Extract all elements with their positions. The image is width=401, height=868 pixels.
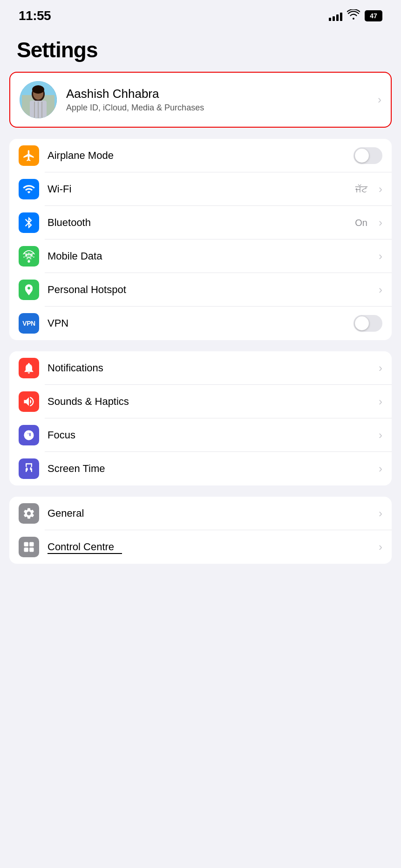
wifi-icon: [19, 179, 39, 199]
sounds-chevron-icon: ›: [379, 395, 382, 408]
bluetooth-label: Bluetooth: [48, 217, 355, 229]
profile-row[interactable]: Aashish Chhabra Apple ID, iCloud, Media …: [9, 72, 392, 128]
signal-bars-icon: [329, 11, 342, 21]
notifications-chevron-icon: ›: [379, 362, 382, 375]
focus-row[interactable]: Focus ›: [9, 418, 392, 452]
svg-point-10: [28, 260, 30, 262]
vpn-toggle[interactable]: [353, 315, 382, 332]
svg-rect-15: [29, 547, 34, 552]
mobile-data-row[interactable]: Mobile Data ›: [9, 239, 392, 273]
personal-hotspot-chevron-icon: ›: [379, 283, 382, 296]
svg-rect-13: [29, 542, 34, 547]
control-centre-underline: [48, 553, 122, 554]
notifications-row[interactable]: Notifications ›: [9, 351, 392, 385]
system-settings-group: Notifications › Sounds & Haptics › Focus…: [9, 351, 392, 485]
sounds-icon: [19, 391, 39, 412]
screen-time-chevron-icon: ›: [379, 462, 382, 475]
control-centre-label-wrapper: Control Centre: [48, 541, 374, 553]
profile-subtitle: Apple ID, iCloud, Media & Purchases: [66, 103, 373, 113]
personal-hotspot-icon: [19, 280, 39, 300]
airplane-mode-icon: [19, 145, 39, 166]
vpn-row[interactable]: VPN VPN: [9, 307, 392, 340]
bluetooth-chevron-icon: ›: [379, 216, 382, 229]
general-label: General: [48, 507, 374, 519]
airplane-mode-toggle[interactable]: [353, 147, 382, 164]
focus-label: Focus: [48, 429, 374, 441]
personal-hotspot-row[interactable]: Personal Hotspot ›: [9, 273, 392, 307]
mobile-data-icon: [19, 246, 39, 267]
notifications-label: Notifications: [48, 362, 374, 374]
status-icons: 47: [329, 9, 382, 22]
page-title: Settings: [0, 28, 401, 72]
control-centre-row[interactable]: Control Centre ›: [9, 530, 392, 564]
device-settings-group: General › Control Centre ›: [9, 497, 392, 564]
wifi-label: Wi-Fi: [48, 183, 355, 195]
battery-icon: 47: [365, 10, 382, 21]
network-settings-group: Airplane Mode Wi-Fi ਜੱਟ › Bluetooth On ›: [9, 139, 392, 340]
general-chevron-icon: ›: [379, 507, 382, 520]
focus-chevron-icon: ›: [379, 429, 382, 442]
control-centre-label: Control Centre: [48, 541, 114, 553]
wifi-chevron-icon: ›: [379, 183, 382, 196]
bluetooth-value: On: [355, 218, 367, 228]
wifi-status-icon: [347, 9, 360, 22]
sounds-row[interactable]: Sounds & Haptics ›: [9, 385, 392, 418]
focus-icon: [19, 425, 39, 445]
profile-info: Aashish Chhabra Apple ID, iCloud, Media …: [66, 87, 373, 113]
vpn-text-icon: VPN: [22, 320, 35, 327]
svg-rect-14: [24, 547, 28, 552]
notifications-icon: [19, 358, 39, 378]
airplane-mode-row[interactable]: Airplane Mode: [9, 139, 392, 172]
screen-time-row[interactable]: Screen Time ›: [9, 452, 392, 485]
airplane-mode-label: Airplane Mode: [48, 150, 353, 162]
control-centre-chevron-icon: ›: [379, 540, 382, 554]
svg-rect-12: [24, 542, 28, 547]
sounds-label: Sounds & Haptics: [48, 396, 374, 408]
wifi-value: ਜੱਟ: [355, 184, 367, 195]
profile-name: Aashish Chhabra: [66, 87, 373, 101]
status-bar: 11:55 47: [0, 0, 401, 28]
avatar: [20, 81, 57, 118]
screen-time-label: Screen Time: [48, 463, 374, 475]
svg-point-6: [32, 85, 44, 94]
bluetooth-icon: [19, 212, 39, 233]
mobile-data-chevron-icon: ›: [379, 250, 382, 263]
bluetooth-row[interactable]: Bluetooth On ›: [9, 206, 392, 239]
screen-time-icon: [19, 458, 39, 479]
mobile-data-label: Mobile Data: [48, 250, 374, 262]
vpn-icon: VPN: [19, 313, 39, 334]
general-icon: [19, 503, 39, 524]
general-row[interactable]: General ›: [9, 497, 392, 530]
control-centre-icon: [19, 537, 39, 557]
wifi-row[interactable]: Wi-Fi ਜੱਟ ›: [9, 172, 392, 206]
vpn-label: VPN: [48, 317, 353, 329]
personal-hotspot-label: Personal Hotspot: [48, 284, 374, 296]
profile-chevron-icon: ›: [378, 93, 381, 106]
status-time: 11:55: [19, 8, 51, 23]
